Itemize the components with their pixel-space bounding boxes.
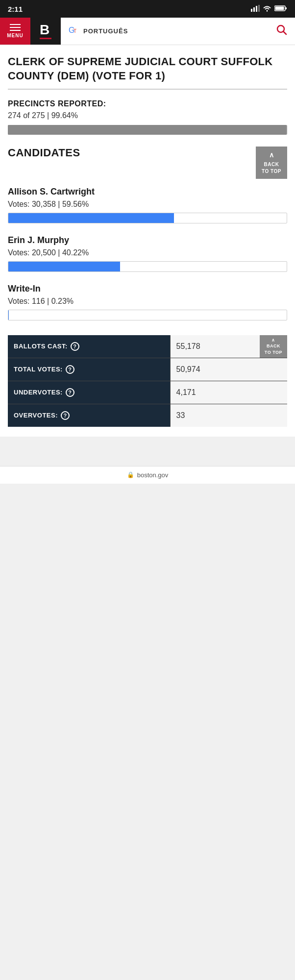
logo-area: B (30, 18, 61, 45)
svg-rect-6 (275, 6, 284, 10)
language-label: PORTUGUÊS (83, 27, 128, 35)
candidate-votes: Votes: 116 | 0.23% (8, 297, 287, 306)
info-icon-total[interactable]: ? (66, 365, 74, 374)
total-votes-value: 50,974 (176, 365, 200, 374)
candidate-bar (8, 213, 287, 223)
to-top-label-sm: TO TOP (265, 349, 282, 356)
lock-icon: 🔒 (127, 471, 134, 478)
svg-rect-3 (258, 5, 260, 12)
overvotes-label: OVERVOTES: (14, 412, 58, 419)
candidates-header: CANDIDATES ∧ BACK TO TOP (8, 147, 287, 179)
summary-value-ballots: 55,178 ∧ BACK TO TOP (170, 335, 287, 358)
candidate-bar (8, 261, 287, 272)
candidate-item: Allison S. Cartwright Votes: 30,358 | 59… (8, 187, 287, 223)
status-icons (251, 5, 287, 13)
total-votes-label: TOTAL VOTES: (14, 366, 63, 373)
candidate-votes: Votes: 30,358 | 59.56% (8, 200, 287, 209)
svg-line-10 (283, 31, 286, 34)
hamburger-icon (10, 24, 21, 31)
svg-text:T: T (74, 28, 76, 34)
translate-icon: G T (69, 24, 79, 38)
precincts-progress-fill (8, 125, 286, 135)
precincts-value: 274 of 275 | 99.64% (8, 111, 287, 120)
candidate-bar-fill (8, 213, 174, 223)
status-bar: 2:11 (0, 0, 295, 18)
signal-icon (251, 5, 260, 13)
title-divider (8, 89, 287, 90)
summary-row-overvotes: OVERVOTES: ? 33 (8, 404, 287, 427)
summary-value-total: 50,974 (170, 358, 287, 381)
summary-row-total: TOTAL VOTES: ? 50,974 (8, 358, 287, 381)
summary-row-undervotes: UNDERVOTES: ? 4,171 (8, 381, 287, 404)
ballots-cast-value: 55,178 (176, 342, 200, 351)
undervotes-value: 4,171 (176, 388, 196, 397)
boston-logo: B (40, 23, 51, 39)
candidate-bar (8, 310, 287, 320)
ballots-cast-label: BALLOTS CAST: (14, 343, 68, 350)
info-icon-overvotes[interactable]: ? (61, 411, 70, 420)
svg-rect-2 (256, 6, 257, 12)
undervotes-label: UNDERVOTES: (14, 389, 63, 396)
summary-label-total: TOTAL VOTES: ? (8, 358, 170, 381)
summary-value-overvotes: 33 (170, 404, 287, 427)
back-to-top-line1: BACK (264, 161, 279, 168)
back-to-top-small-button[interactable]: ∧ BACK TO TOP (260, 335, 287, 358)
status-time: 2:11 (8, 5, 23, 13)
battery-icon (274, 5, 287, 13)
precincts-progress-bar (8, 125, 287, 135)
main-content: CLERK OF SUPREME JUDICIAL COURT SUFFOLK … (0, 45, 295, 437)
page-spacer (0, 437, 295, 466)
candidate-votes: Votes: 20,500 | 40.22% (8, 248, 287, 257)
back-to-top-arrow-icon: ∧ (269, 150, 274, 160)
precincts-label: PRECINCTS REPORTED: (8, 99, 287, 108)
summary-label-undervotes: UNDERVOTES: ? (8, 381, 170, 404)
search-button[interactable] (269, 18, 295, 45)
summary-table: BALLOTS CAST: ? 55,178 ∧ BACK TO TOP TOT… (8, 335, 287, 427)
candidate-bar-fill (8, 310, 9, 320)
summary-label-overvotes: OVERVOTES: ? (8, 404, 170, 427)
svg-rect-1 (253, 7, 255, 12)
summary-value-undervotes: 4,171 (170, 381, 287, 404)
candidate-name: Allison S. Cartwright (8, 187, 287, 197)
svg-rect-5 (286, 7, 287, 9)
svg-rect-0 (251, 9, 252, 12)
info-icon-ballots[interactable]: ? (71, 342, 79, 351)
back-to-top-button[interactable]: ∧ BACK TO TOP (256, 147, 287, 179)
back-top-label-sm: BACK (267, 343, 280, 349)
summary-label-ballots: BALLOTS CAST: ? (8, 335, 170, 358)
menu-label: MENU (7, 33, 23, 38)
info-icon-undervotes[interactable]: ? (66, 388, 74, 397)
overvotes-value: 33 (176, 411, 185, 420)
header: MENU B G T PORTUGUÊS (0, 18, 295, 45)
footer: 🔒 boston.gov (0, 466, 295, 484)
candidate-bar-fill (8, 262, 120, 271)
candidate-item: Erin J. Murphy Votes: 20,500 | 40.22% (8, 235, 287, 272)
candidate-name: Write-In (8, 284, 287, 294)
summary-row-ballots: BALLOTS CAST: ? 55,178 ∧ BACK TO TOP (8, 335, 287, 358)
wifi-icon (263, 5, 271, 13)
menu-button[interactable]: MENU (0, 18, 30, 45)
back-to-top-line2: TO TOP (262, 168, 281, 175)
candidate-item: Write-In Votes: 116 | 0.23% (8, 284, 287, 320)
candidates-title: CANDIDATES (8, 147, 80, 159)
candidate-name: Erin J. Murphy (8, 235, 287, 245)
language-area: G T PORTUGUÊS (61, 18, 269, 45)
footer-domain: boston.gov (137, 471, 169, 479)
back-top-arrow-sm: ∧ (271, 337, 275, 343)
page-title: CLERK OF SUPREME JUDICIAL COURT SUFFOLK … (8, 55, 287, 83)
